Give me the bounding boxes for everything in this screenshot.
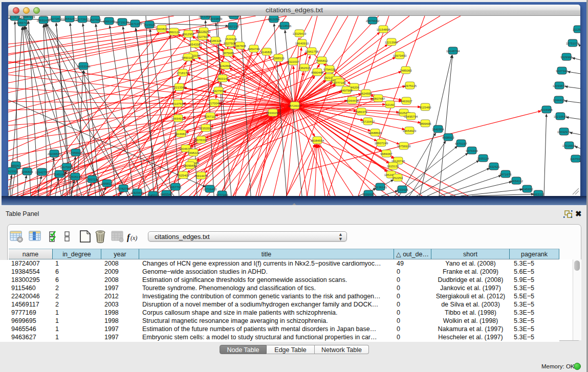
svg-text:8215958: 8215958: [540, 108, 553, 112]
svg-text:10973493: 10973493: [393, 54, 407, 57]
svg-text:7357234: 7357234: [227, 25, 239, 28]
svg-text:6966160: 6966160: [103, 20, 115, 23]
svg-text:9463112: 9463112: [533, 193, 545, 196]
svg-text:1588520: 1588520: [272, 57, 285, 60]
svg-text:9227342: 9227342: [556, 70, 568, 73]
svg-text:2803144: 2803144: [216, 77, 229, 80]
svg-text:1640954: 1640954: [432, 128, 444, 131]
svg-text:9890167: 9890167: [182, 56, 194, 59]
svg-text:18640910: 18640910: [295, 42, 309, 45]
svg-text:1167533: 1167533: [570, 158, 580, 161]
svg-text:7986372: 7986372: [355, 111, 367, 114]
svg-text:62160: 62160: [386, 103, 395, 106]
svg-text:8322037: 8322037: [287, 60, 299, 63]
svg-text:20053346: 20053346: [77, 65, 91, 68]
svg-text:9055712: 9055712: [16, 21, 29, 25]
svg-text:2367608: 2367608: [234, 45, 246, 48]
svg-text:19166827: 19166827: [175, 133, 188, 136]
svg-text:12093872: 12093872: [553, 84, 567, 87]
svg-text:10107553: 10107553: [171, 102, 185, 105]
svg-text:15751074: 15751074: [566, 42, 580, 45]
svg-text:3498222: 3498222: [187, 151, 200, 155]
svg-text:16210643: 16210643: [554, 115, 568, 118]
svg-text:7485063: 7485063: [400, 69, 412, 72]
svg-text:9146821: 9146821: [260, 51, 273, 54]
svg-text:9245011: 9245011: [147, 194, 160, 196]
svg-text:10961758: 10961758: [305, 50, 319, 53]
svg-text:10807487: 10807487: [372, 97, 385, 100]
svg-text:9699695: 9699695: [362, 193, 375, 196]
svg-text:(x): (x): [130, 234, 137, 242]
svg-text:12975115: 12975115: [403, 84, 417, 87]
svg-text:19384554: 19384554: [311, 139, 324, 142]
svg-text:15136141: 15136141: [374, 186, 387, 189]
svg-text:6497568: 6497568: [340, 89, 353, 92]
svg-text:8938913: 8938913: [442, 136, 454, 139]
svg-text:10272814: 10272814: [49, 17, 63, 20]
svg-text:10958117: 10958117: [100, 182, 114, 185]
svg-text:15716485: 15716485: [203, 188, 217, 191]
svg-text:9242848: 9242848: [219, 64, 231, 68]
svg-text:20876682: 20876682: [366, 19, 380, 23]
svg-text:8427552: 8427552: [212, 90, 225, 93]
svg-text:985061: 985061: [11, 164, 21, 167]
svg-text:20206505: 20206505: [48, 152, 61, 156]
svg-text:19654923: 19654923: [403, 129, 417, 133]
svg-text:14099490: 14099490: [183, 164, 197, 167]
svg-text:2935114: 2935114: [477, 157, 490, 160]
svg-text:18300295: 18300295: [266, 112, 280, 115]
svg-text:19218506: 19218506: [278, 25, 292, 28]
svg-text:13495794: 13495794: [404, 115, 418, 118]
svg-text:12942757: 12942757: [35, 171, 49, 174]
svg-text:2170044: 2170044: [208, 102, 221, 105]
svg-text:13325419: 13325419: [293, 32, 307, 35]
svg-text:12213967: 12213967: [385, 41, 399, 44]
svg-text:16033809: 16033809: [209, 17, 223, 20]
svg-text:1527602: 1527602: [89, 18, 101, 21]
svg-text:10154808: 10154808: [377, 28, 390, 31]
svg-text:9777169: 9777169: [216, 193, 228, 196]
svg-text:9329966: 9329966: [560, 56, 573, 59]
svg-text:7625402: 7625402: [177, 174, 189, 177]
svg-text:15720407: 15720407: [361, 120, 375, 123]
svg-text:20387219: 20387219: [21, 16, 35, 18]
svg-text:18807249: 18807249: [375, 142, 388, 145]
svg-text:12353594: 12353594: [199, 127, 213, 130]
svg-text:1112542: 1112542: [573, 28, 580, 31]
svg-text:1733426: 1733426: [396, 188, 408, 191]
svg-text:9794028: 9794028: [323, 68, 336, 71]
svg-text:10654912: 10654912: [171, 117, 185, 120]
svg-text:7663822: 7663822: [156, 28, 168, 31]
svg-text:16782759: 16782759: [117, 187, 130, 190]
svg-text:8267110: 8267110: [205, 115, 217, 118]
svg-text:1244413: 1244413: [553, 99, 565, 102]
svg-text:9245652: 9245652: [521, 188, 533, 191]
svg-text:2718170: 2718170: [177, 72, 189, 75]
svg-text:9465546: 9465546: [160, 193, 172, 196]
svg-text:16543382: 16543382: [188, 43, 202, 46]
svg-text:6479197: 6479197: [455, 142, 467, 145]
svg-text:9777169: 9777169: [334, 81, 346, 84]
svg-text:12505135: 12505135: [69, 176, 82, 179]
svg-text:1156829: 1156829: [21, 170, 34, 173]
svg-text:19756928: 19756928: [397, 145, 411, 148]
svg-text:18125722: 18125722: [8, 16, 22, 19]
svg-text:7515526: 7515526: [143, 24, 156, 27]
svg-text:3875685: 3875685: [222, 52, 234, 55]
svg-text:16671355: 16671355: [128, 23, 142, 26]
svg-text:9860124: 9860124: [168, 31, 180, 34]
svg-text:9463627: 9463627: [400, 100, 412, 103]
svg-text:17359924: 17359924: [69, 151, 83, 155]
svg-text:16914479: 16914479: [194, 174, 208, 178]
svg-text:12213369: 12213369: [172, 86, 186, 89]
svg-text:9899695: 9899695: [419, 122, 431, 125]
svg-text:8813054: 8813054: [268, 18, 280, 21]
svg-text:8471676: 8471676: [499, 173, 512, 176]
svg-text:10719155: 10719155: [116, 21, 129, 24]
svg-text:15272602: 15272602: [76, 18, 90, 21]
svg-text:7632621: 7632621: [488, 165, 500, 168]
svg-text:9474444: 9474444: [466, 149, 478, 152]
svg-text:1145194: 1145194: [54, 173, 66, 176]
svg-text:8813054: 8813054: [228, 16, 240, 17]
svg-text:8990448: 8990448: [311, 71, 323, 74]
